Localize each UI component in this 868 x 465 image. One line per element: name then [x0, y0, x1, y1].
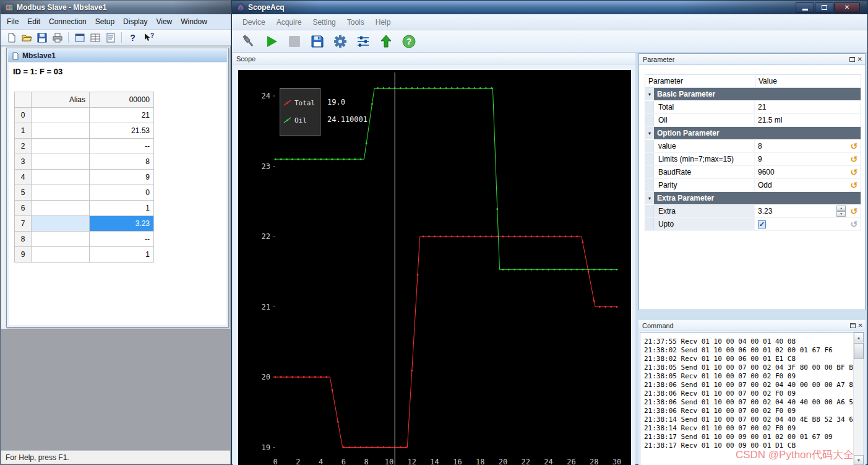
alias-cell[interactable] — [32, 123, 90, 139]
selected-value-cell[interactable]: 3.23 — [90, 216, 154, 232]
tune-icon[interactable] — [355, 33, 372, 50]
param-name[interactable]: value — [654, 140, 755, 152]
param-name[interactable]: Upto — [654, 218, 755, 230]
comm-log-icon[interactable] — [103, 31, 118, 44]
float-panel-icon[interactable] — [849, 57, 855, 62]
param-name[interactable]: Limits (min=7;max=15) — [654, 153, 755, 165]
close-panel-icon[interactable]: ✕ — [858, 323, 863, 329]
alias-cell[interactable] — [32, 185, 90, 201]
alias-cell[interactable] — [32, 232, 90, 247]
scroll-down-icon[interactable]: ▼ — [854, 455, 864, 465]
print-icon[interactable] — [50, 31, 64, 44]
alias-cell[interactable] — [32, 170, 90, 185]
corner-cell[interactable] — [15, 92, 32, 108]
row-header[interactable]: 8 — [15, 232, 32, 247]
command-log[interactable]: 21:37:55 Recv 01 10 00 04 00 01 40 08 21… — [640, 332, 864, 465]
undo-icon[interactable]: ↺ — [850, 155, 857, 163]
mbslave1-titlebar[interactable]: Mbslave1 — [8, 50, 227, 62]
collapse-icon[interactable]: ▼ — [645, 192, 654, 204]
scope-chart[interactable]: 192021222324024681012141618202224262830 … — [238, 70, 631, 465]
value-cell[interactable]: -- — [90, 232, 154, 247]
value-cell[interactable]: 21 — [90, 108, 154, 123]
undo-icon[interactable]: ↺ — [850, 181, 857, 189]
value-cell[interactable]: 9 — [90, 170, 154, 185]
scopeacq-app-icon[interactable] — [236, 3, 245, 12]
modbus-app-icon[interactable] — [4, 3, 14, 12]
row-header[interactable]: 0 — [15, 108, 32, 123]
parameter-column-header[interactable]: Parameter — [645, 75, 755, 87]
help-icon[interactable]: ? — [126, 31, 140, 44]
alias-cell[interactable] — [32, 247, 90, 263]
menu-device[interactable]: Device — [237, 15, 271, 30]
undo-icon[interactable]: ↺ — [850, 207, 857, 215]
group-option-parameter[interactable]: ▼ Option Parameter — [645, 127, 861, 140]
menu-setup[interactable]: Setup — [91, 15, 119, 28]
maximize-button[interactable] — [815, 2, 833, 13]
menu-help[interactable]: Help — [370, 15, 397, 30]
param-name[interactable]: Oil — [654, 114, 755, 126]
undo-icon[interactable]: ↺ — [850, 168, 857, 176]
value-cell[interactable]: 21.53 — [90, 123, 154, 139]
param-name[interactable]: Extra — [654, 205, 755, 217]
close-button[interactable]: ✕ — [834, 2, 860, 13]
row-header[interactable]: 7 — [15, 216, 32, 232]
row-header[interactable]: 4 — [15, 170, 32, 185]
alias-cell[interactable] — [32, 216, 90, 232]
settings-icon[interactable] — [332, 33, 349, 50]
value-cell[interactable]: 0 — [90, 185, 154, 201]
value-cell[interactable]: 1 — [90, 201, 154, 216]
display-setup-icon[interactable] — [72, 31, 87, 44]
value-cell[interactable]: 8 — [90, 154, 154, 170]
row-header[interactable]: 5 — [15, 185, 32, 201]
group-basic-parameter[interactable]: ▼ Basic Parameter — [645, 88, 861, 101]
collapse-icon[interactable]: ▼ — [645, 88, 654, 100]
value-column-header[interactable]: Value — [755, 75, 861, 87]
menu-connection[interactable]: Connection — [45, 15, 91, 28]
menu-acquire[interactable]: Acquire — [271, 15, 307, 30]
row-header[interactable]: 3 — [15, 154, 32, 170]
scope-panel-caption[interactable]: Scope — [233, 53, 635, 64]
param-value[interactable]: 8 — [755, 140, 847, 152]
upto-checkbox-checked[interactable]: ✓ — [758, 220, 766, 228]
save-icon[interactable] — [35, 31, 49, 44]
row-header[interactable]: 6 — [15, 201, 32, 216]
collapse-icon[interactable]: ▼ — [645, 127, 654, 139]
undo-icon-disabled[interactable]: ↺ — [850, 220, 857, 228]
group-extra-parameter[interactable]: ▼ Extra Parameter — [645, 192, 861, 205]
context-help-icon[interactable]: ? — [141, 31, 155, 44]
scrollbar[interactable]: ▲ ▼ — [853, 332, 864, 465]
row-header[interactable]: 9 — [15, 247, 32, 263]
scope-help-icon[interactable]: ? — [400, 33, 418, 50]
poll-definition-icon[interactable] — [88, 31, 102, 44]
scrollbar-thumb[interactable] — [854, 343, 864, 359]
minimize-button[interactable] — [796, 2, 814, 13]
row-header[interactable]: 2 — [15, 139, 32, 154]
export-icon[interactable] — [377, 33, 395, 50]
undo-icon[interactable]: ↺ — [850, 142, 857, 150]
alias-column-header[interactable]: Alias — [32, 92, 90, 108]
alias-cell[interactable] — [32, 201, 90, 216]
menu-file[interactable]: File — [2, 15, 23, 28]
float-panel-icon[interactable] — [850, 323, 856, 328]
param-value-editor[interactable]: 3.23 ▲ ▼ — [755, 205, 847, 217]
spin-down-button[interactable]: ▼ — [836, 211, 846, 217]
param-name[interactable]: Total — [654, 101, 755, 113]
spin-up-button[interactable]: ▲ — [836, 206, 846, 211]
param-value[interactable]: Odd — [755, 179, 847, 191]
param-value[interactable]: 21.5 ml — [755, 114, 847, 126]
alias-cell[interactable] — [32, 154, 90, 170]
close-panel-icon[interactable]: ✕ — [857, 56, 862, 63]
command-panel-caption[interactable]: Command ✕ — [638, 320, 866, 331]
menu-edit[interactable]: Edit — [23, 15, 45, 28]
menu-view[interactable]: View — [152, 15, 176, 28]
row-header[interactable]: 1 — [15, 123, 32, 139]
stop-icon[interactable] — [286, 33, 303, 50]
menu-setting[interactable]: Setting — [307, 15, 341, 30]
menu-tools[interactable]: Tools — [342, 15, 370, 30]
menu-window[interactable]: Window — [176, 15, 212, 28]
new-document-icon[interactable] — [4, 31, 18, 44]
value-cell[interactable]: 1 — [90, 247, 154, 263]
alias-cell[interactable] — [32, 139, 90, 154]
scroll-up-icon[interactable]: ▲ — [854, 332, 864, 342]
param-value[interactable]: 21 — [755, 101, 847, 113]
